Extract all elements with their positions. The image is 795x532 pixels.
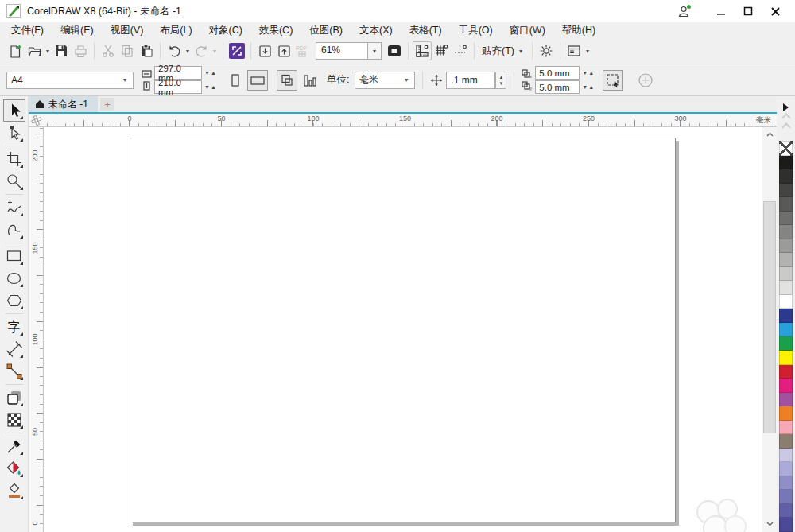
shape-tool-icon[interactable] (3, 122, 25, 144)
current-page-button[interactable] (299, 70, 320, 91)
rectangle-tool-icon[interactable] (3, 245, 25, 267)
palette-swatch-28a0da[interactable] (779, 323, 793, 337)
menu-item-tools[interactable]: 工具(O) (459, 24, 493, 37)
menu-item-view[interactable]: 视图(V) (111, 24, 144, 37)
minimize-button[interactable] (708, 2, 735, 21)
palette-swatch-cf2031[interactable] (779, 365, 793, 379)
import-icon[interactable] (255, 41, 274, 60)
ellipse-tool-icon[interactable] (3, 267, 25, 289)
palette-swatch-cbc8e6[interactable] (779, 449, 793, 463)
palette-swatch-cacac9[interactable] (779, 267, 793, 282)
dockers-dropdown[interactable]: ▾ (584, 48, 591, 55)
palette-swatch-8b7e6f[interactable] (779, 434, 793, 449)
page-a4[interactable] (130, 138, 676, 522)
polygon-tool-icon[interactable] (3, 289, 25, 312)
zoom-level-dropdown[interactable]: ▾ (368, 42, 382, 60)
transparency-tool-icon[interactable] (3, 409, 25, 431)
maximize-button[interactable] (735, 2, 762, 21)
zoom-level-value[interactable]: 61% (316, 42, 368, 60)
palette-swatch-595957[interactable] (779, 197, 793, 212)
show-rulers-icon[interactable] (413, 41, 432, 60)
nudge-distance-field[interactable]: .1 mm (446, 72, 495, 89)
page-width-spinner[interactable]: ▼▲ (202, 70, 219, 76)
smart-fill-tool-icon[interactable] (3, 457, 25, 480)
text-tool-icon[interactable]: 字 (3, 316, 25, 338)
palette-scroll-up2-icon[interactable] (781, 122, 790, 131)
page-height-field[interactable]: 210.0 mm (154, 80, 202, 94)
palette-swatch-8f8ec7[interactable] (779, 476, 793, 491)
landscape-button[interactable] (247, 70, 268, 91)
close-button[interactable] (762, 2, 789, 21)
zoom-level-combo[interactable]: 61% ▾ (316, 42, 382, 60)
show-guidelines-icon[interactable] (451, 41, 470, 60)
menu-item-effects[interactable]: 效果(C) (259, 24, 293, 37)
units-combo[interactable]: 毫米 ▾ (355, 72, 415, 89)
menu-item-window[interactable]: 窗口(W) (510, 24, 545, 37)
menu-item-object[interactable]: 对象(C) (209, 24, 242, 37)
palette-scroll-up-icon[interactable] (781, 113, 790, 122)
menu-item-bitmaps[interactable]: 位图(B) (309, 24, 343, 37)
palette-swatch-fef200[interactable] (779, 351, 793, 365)
palette-swatch-848483[interactable] (779, 225, 793, 239)
duplicate-x-spinner[interactable]: ▼▲ (580, 70, 596, 76)
cut-icon[interactable] (99, 41, 118, 60)
treat-as-filled-button[interactable] (603, 70, 623, 91)
palette-swatch-acaad8[interactable] (779, 462, 793, 476)
palette-swatch-444442[interactable] (779, 184, 793, 198)
scroll-up-icon[interactable] (762, 127, 777, 141)
nudge-spinner[interactable]: ▲▼ (495, 72, 506, 89)
publish-pdf-icon[interactable]: PDF (293, 41, 312, 60)
duplicate-x-field[interactable]: 5.0 mm (535, 66, 580, 80)
palette-swatch-7776b7[interactable] (779, 490, 793, 504)
save-icon[interactable] (52, 41, 71, 60)
account-icon[interactable] (673, 2, 696, 21)
freehand-tool-icon[interactable] (3, 196, 25, 219)
crop-tool-icon[interactable] (3, 148, 25, 170)
horizontal-ruler[interactable]: 毫米 050100150200250300 (29, 114, 777, 127)
vertical-scrollbar[interactable] (762, 127, 777, 532)
drop-shadow-tool-icon[interactable] (3, 386, 25, 409)
document-tab[interactable]: 未命名 -1 (29, 96, 98, 112)
menu-item-edit[interactable]: 编辑(E) (60, 24, 94, 37)
artistic-media-tool-icon[interactable] (3, 219, 25, 241)
copy-icon[interactable] (118, 41, 137, 60)
menu-item-table[interactable]: 表格(T) (409, 24, 442, 37)
palette-swatch-ef7f23[interactable] (779, 406, 793, 421)
new-tab-button[interactable]: + (100, 98, 114, 111)
palette-swatch-a2519e[interactable] (779, 393, 793, 407)
palette-swatch-6e6e6d[interactable] (779, 212, 793, 226)
export-icon[interactable] (274, 41, 293, 60)
menu-item-file[interactable]: 文件(F) (11, 24, 44, 37)
show-grid-icon[interactable] (432, 41, 451, 60)
drawing-canvas[interactable] (44, 127, 762, 532)
undo-icon[interactable] (165, 41, 184, 60)
page-size-preset-combo[interactable]: A4 ▾ (6, 72, 134, 89)
undo-dropdown[interactable]: ▾ (184, 48, 192, 55)
all-pages-button[interactable] (277, 70, 297, 91)
portrait-button[interactable] (225, 70, 246, 91)
menu-item-layout[interactable]: 布局(L) (160, 24, 192, 37)
palette-swatch-none[interactable] (779, 141, 793, 156)
palette-flyout-icon[interactable] (783, 103, 789, 111)
snap-to-button[interactable]: 贴齐(T) ▾ (479, 41, 528, 60)
page-height-spinner[interactable]: ▼▲ (202, 84, 219, 90)
palette-swatch-1b1b19[interactable] (779, 156, 793, 170)
palette-swatch-4c4a98[interactable] (779, 518, 793, 532)
palette-swatch-b2b2b1[interactable] (779, 253, 793, 267)
menu-item-text[interactable]: 文本(X) (359, 24, 393, 37)
ruler-origin-icon[interactable] (29, 114, 44, 127)
parallel-dimension-tool-icon[interactable] (3, 338, 25, 360)
redo-dropdown[interactable]: ▾ (211, 48, 219, 55)
paste-icon[interactable] (137, 41, 156, 60)
palette-swatch-e41e7e[interactable] (779, 379, 793, 393)
open-dropdown[interactable]: ▾ (44, 48, 52, 55)
palette-swatch-2b3a8f[interactable] (779, 309, 793, 323)
pick-tool-icon[interactable] (3, 99, 25, 122)
full-screen-preview-icon[interactable] (385, 41, 404, 60)
zoom-tool-icon[interactable] (3, 170, 25, 192)
palette-swatch-605fa7[interactable] (779, 504, 793, 518)
connector-tool-icon[interactable] (3, 360, 25, 382)
dockers-icon[interactable] (564, 41, 584, 60)
palette-swatch-18a04b[interactable] (779, 336, 793, 351)
duplicate-y-field[interactable]: 5.0 mm (535, 80, 580, 94)
